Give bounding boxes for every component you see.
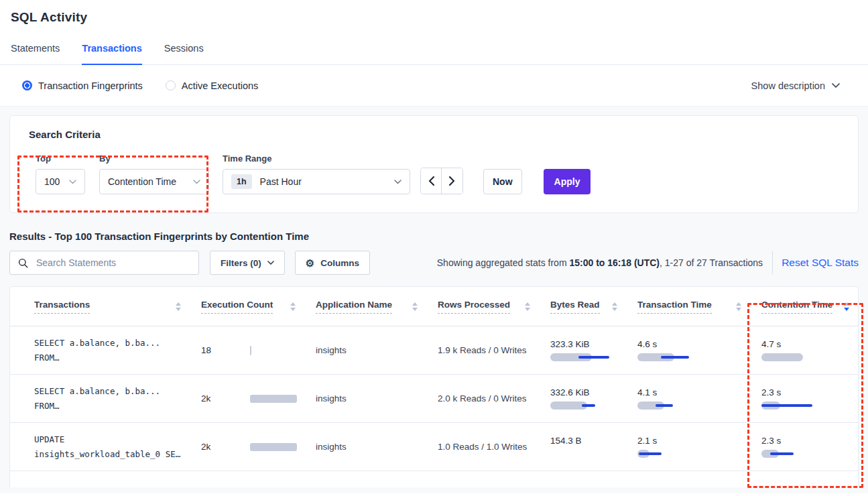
bytes-read-cell: 332.6 KiB xyxy=(550,387,637,410)
table-row[interactable]: SELECT a.balance, b.ba...FROM…18insights… xyxy=(10,326,858,375)
transaction-fingerprint-link[interactable]: UPDATEinsights_workload_table_0 SE… xyxy=(34,432,201,462)
radio-selected-icon xyxy=(22,80,32,90)
column-header-rows-processed[interactable]: Rows Processed xyxy=(438,300,550,314)
tab-statements[interactable]: Statements xyxy=(11,43,60,64)
application-name-cell: insights xyxy=(316,345,438,355)
sort-down-icon xyxy=(290,308,296,311)
table-body: SELECT a.balance, b.ba...FROM…18insights… xyxy=(10,326,858,471)
transaction-fingerprint-link[interactable]: SELECT a.balance, b.ba...FROM… xyxy=(34,336,201,365)
tab-bar: Statements Transactions Sessions xyxy=(0,43,868,65)
show-description-toggle[interactable]: Show description xyxy=(751,80,840,91)
contention-time-value: 2.3 s xyxy=(761,387,858,397)
sort-icon[interactable] xyxy=(412,302,418,311)
table-row[interactable]: UPDATEinsights_workload_table_0 SE…2kins… xyxy=(10,423,858,471)
table-row[interactable]: SELECT a.balance, b.ba...FROM…2kinsights… xyxy=(10,375,858,423)
chevron-down-icon xyxy=(267,261,274,265)
sort-icon[interactable] xyxy=(176,302,181,311)
gear-icon: ⚙ xyxy=(306,258,314,268)
page-content: Search Criteria Top 100 By Contention Ti… xyxy=(0,107,868,493)
sort-up-icon xyxy=(736,302,741,306)
bytes-read-value: 323.3 KiB xyxy=(550,339,637,349)
search-statements-box xyxy=(9,251,199,275)
bytes-read-value: 332.6 KiB xyxy=(550,387,637,397)
column-header-execution-count[interactable]: Execution Count xyxy=(201,300,316,314)
time-range-arrows xyxy=(420,168,463,194)
sort-down-icon xyxy=(844,308,849,311)
filters-button[interactable]: Filters (0) xyxy=(210,251,285,275)
top-select[interactable]: 100 xyxy=(36,169,85,194)
column-header-transactions[interactable]: Transactions xyxy=(34,300,201,314)
transaction-time-cell: 4.6 s xyxy=(637,339,761,361)
rows-processed-cell: 1.0 Reads / 1.0 Writes xyxy=(438,442,550,452)
contention-time-value: 4.7 s xyxy=(761,339,858,349)
by-select-value: Contention Time xyxy=(108,176,176,187)
transactions-table: TransactionsExecution CountApplication N… xyxy=(9,286,859,487)
radio-active-executions[interactable]: Active Executions xyxy=(166,80,258,91)
show-description-label: Show description xyxy=(751,80,825,91)
by-select[interactable]: Contention Time xyxy=(99,169,209,194)
sort-icon[interactable] xyxy=(290,302,296,311)
search-icon xyxy=(18,258,28,268)
view-toggle-bar: Transaction Fingerprints Active Executio… xyxy=(0,65,868,107)
previous-time-range-button[interactable] xyxy=(421,168,442,194)
time-range-select[interactable]: 1h Past Hour xyxy=(223,169,410,194)
contention-time-bar-chart xyxy=(761,450,828,458)
query-line-2: insights_workload_table_0 SE… xyxy=(34,447,201,462)
reset-sql-stats-link[interactable]: Reset SQL Stats xyxy=(782,257,859,269)
page-title: SQL Activity xyxy=(0,0,868,25)
contention-time-value: 2.3 s xyxy=(761,436,858,446)
application-name-cell: insights xyxy=(316,393,438,404)
sort-icon[interactable] xyxy=(736,302,741,311)
by-label: By xyxy=(99,153,209,164)
column-header-label: Transactions xyxy=(34,300,90,314)
bytes-read-value: 154.3 B xyxy=(550,436,637,446)
bytes-read-bar-chart xyxy=(550,401,617,410)
sort-down-icon xyxy=(412,308,418,311)
top-select-value: 100 xyxy=(44,176,60,187)
apply-button[interactable]: Apply xyxy=(544,169,591,194)
sort-up-icon xyxy=(176,302,181,306)
radio-label: Transaction Fingerprints xyxy=(38,80,143,91)
transaction-time-stddev-line xyxy=(661,356,689,359)
table-header-row: TransactionsExecution CountApplication N… xyxy=(10,287,858,326)
column-header-application-name[interactable]: Application Name xyxy=(316,300,438,314)
top-label: Top xyxy=(36,153,85,164)
transaction-time-value: 4.6 s xyxy=(637,339,761,349)
search-criteria-controls: Top 100 By Contention Time Time Range 1h… xyxy=(19,153,849,194)
tab-transactions[interactable]: Transactions xyxy=(82,43,141,64)
search-criteria-heading: Search Criteria xyxy=(29,129,849,140)
transaction-time-cell: 4.1 s xyxy=(637,387,761,410)
vertical-divider xyxy=(772,251,773,274)
sort-up-icon xyxy=(290,302,296,306)
contention-time-mean-bar xyxy=(761,353,803,361)
sort-icon[interactable] xyxy=(612,302,617,311)
column-header-label: Rows Processed xyxy=(438,300,510,314)
column-header-transaction-time[interactable]: Transaction Time xyxy=(637,300,761,314)
aggregated-stats-text: Showing aggregated stats from 15:00 to 1… xyxy=(437,257,763,268)
execution-count-value: 2k xyxy=(201,442,250,452)
page-header: SQL Activity Statements Transactions Ses… xyxy=(0,0,868,107)
next-time-range-button[interactable] xyxy=(442,168,462,194)
sort-icon[interactable] xyxy=(844,302,849,311)
column-header-label: Application Name xyxy=(316,300,392,314)
search-criteria-panel: Search Criteria Top 100 By Contention Ti… xyxy=(9,115,859,213)
sort-down-icon xyxy=(736,308,741,311)
transaction-time-bar-chart xyxy=(637,353,704,361)
sort-icon[interactable] xyxy=(525,302,530,311)
column-header-bytes-read[interactable]: Bytes Read xyxy=(550,300,637,314)
query-line-1: SELECT a.balance, b.ba... xyxy=(34,384,201,399)
by-field: By Contention Time xyxy=(99,153,209,194)
columns-button[interactable]: ⚙ Columns xyxy=(295,251,370,275)
now-button[interactable]: Now xyxy=(483,169,522,194)
transaction-time-cell: 2.1 s xyxy=(637,436,761,458)
column-header-contention-time[interactable]: Contention Time xyxy=(761,300,858,314)
tab-sessions[interactable]: Sessions xyxy=(164,43,204,64)
radio-transaction-fingerprints[interactable]: Transaction Fingerprints xyxy=(22,80,143,91)
query-line-1: UPDATE xyxy=(34,432,201,447)
transaction-time-stddev-line xyxy=(639,452,662,455)
transaction-fingerprint-link[interactable]: SELECT a.balance, b.ba...FROM… xyxy=(34,384,201,414)
search-statements-input[interactable] xyxy=(35,257,190,269)
chevron-right-icon xyxy=(449,176,455,186)
rows-processed-cell: 1.9 k Reads / 0 Writes xyxy=(438,345,550,355)
transaction-time-bar-chart xyxy=(637,401,704,410)
